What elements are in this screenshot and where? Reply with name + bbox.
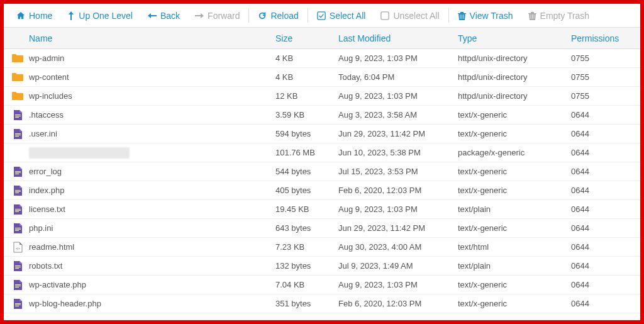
file-type: httpd/unix-directory (458, 72, 571, 82)
document-icon (11, 279, 24, 291)
unselect-all-button: Unselect All (373, 4, 447, 27)
redacted-filename (29, 147, 130, 159)
svg-rect-18 (15, 229, 21, 230)
document-icon (11, 165, 24, 178)
document-icon (11, 184, 24, 197)
svg-rect-17 (15, 228, 21, 228)
document-icon (11, 203, 24, 216)
file-size: 7.04 KB (275, 280, 338, 289)
document-icon (11, 298, 24, 310)
svg-rect-11 (15, 190, 21, 191)
svg-text:</>: </> (15, 247, 19, 250)
back-label: Back (160, 11, 180, 21)
svg-rect-26 (15, 287, 19, 288)
file-size: 4 KB (275, 53, 338, 63)
file-name: .htaccess (29, 110, 64, 120)
file-modified: Jun 29, 2023, 11:42 PM (338, 129, 458, 138)
column-header-size[interactable]: Size (275, 33, 338, 43)
file-modified: Feb 6, 2020, 12:03 PM (338, 186, 458, 195)
document-icon (11, 109, 24, 121)
svg-rect-12 (15, 191, 21, 192)
file-permissions: 0644 (571, 110, 633, 120)
svg-rect-16 (15, 211, 19, 212)
file-name: error_log (29, 167, 62, 176)
table-row[interactable]: </>readme.html7.23 KBAug 30, 2023, 4:00 … (4, 238, 640, 257)
table-row[interactable]: robots.txt132 bytesJul 9, 2023, 1:49 AMt… (4, 257, 640, 276)
reload-icon (258, 11, 267, 20)
table-row[interactable]: wp-admin4 KBAug 9, 2023, 1:03 PMhttpd/un… (4, 49, 640, 68)
file-size: 12 KB (275, 91, 338, 101)
table-row[interactable]: license.txt19.45 KBAug 9, 2023, 1:03 PMt… (4, 200, 640, 219)
table-row[interactable]: wp-includes12 KBAug 9, 2023, 1:03 PMhttp… (4, 87, 640, 106)
svg-rect-27 (15, 303, 21, 304)
file-permissions: 0644 (571, 280, 633, 289)
svg-rect-24 (15, 284, 21, 285)
file-name: license.txt (29, 204, 65, 214)
column-header-type[interactable]: Type (458, 33, 571, 43)
file-modified: Aug 9, 2023, 1:03 PM (338, 280, 458, 289)
table-row[interactable]: php.ini643 bytesJun 29, 2023, 11:42 PMte… (4, 219, 640, 238)
table-row[interactable]: .user.ini594 bytesJun 29, 2023, 11:42 PM… (4, 125, 640, 143)
file-permissions: 0755 (571, 53, 633, 63)
file-type: text/plain (458, 261, 571, 271)
file-permissions: 0644 (571, 186, 633, 195)
table-row[interactable]: 101.76 MBJun 10, 2023, 5:38 PMpackage/x-… (4, 143, 640, 162)
file-name: index.php (29, 186, 64, 195)
up-arrow-icon (67, 11, 75, 20)
file-name: php.ini (29, 223, 53, 233)
svg-rect-1 (381, 11, 389, 19)
up-label: Up One Level (79, 11, 133, 21)
file-size: 3.59 KB (275, 110, 338, 120)
table-row[interactable]: wp-blog-header.php351 bytesFeb 6, 2020, … (4, 294, 640, 313)
table-row[interactable]: .htaccess3.59 KBAug 3, 2023, 3:58 AMtext… (4, 106, 640, 125)
file-modified: Today, 6:04 PM (338, 72, 458, 82)
separator (308, 9, 308, 23)
view-trash-button[interactable]: View Trash (450, 4, 521, 27)
file-permissions: 0644 (571, 204, 633, 214)
file-type: text/plain (458, 204, 571, 214)
svg-rect-7 (15, 136, 19, 137)
file-modified: Jun 10, 2023, 5:38 PM (338, 148, 458, 157)
svg-rect-8 (15, 171, 21, 172)
trash-icon (528, 11, 536, 20)
file-type: text/x-generic (458, 186, 571, 195)
svg-rect-6 (15, 135, 21, 135)
svg-rect-22 (15, 267, 21, 267)
file-size: 405 bytes (275, 186, 338, 195)
file-size: 7.23 KB (275, 242, 338, 252)
file-type: text/x-generic (458, 299, 571, 308)
file-size: 101.76 MB (275, 148, 338, 157)
file-permissions: 0755 (571, 72, 633, 82)
file-type: text/x-generic (458, 167, 571, 176)
reload-button[interactable]: Reload (250, 4, 306, 27)
file-type: text/x-generic (458, 280, 571, 289)
table-row[interactable]: index.php405 bytesFeb 6, 2020, 12:03 PMt… (4, 181, 640, 200)
table-row[interactable]: wp-activate.php7.04 KBAug 9, 2023, 1:03 … (4, 276, 640, 294)
select-all-button[interactable]: Select All (309, 4, 374, 27)
home-button[interactable]: Home (9, 4, 60, 27)
column-header-modified[interactable]: Last Modified (338, 33, 458, 43)
svg-rect-2 (15, 115, 21, 115)
svg-rect-14 (15, 209, 21, 209)
column-header-permissions[interactable]: Permissions (571, 33, 633, 43)
document-icon (11, 147, 24, 159)
back-button[interactable]: Back (140, 4, 187, 27)
column-header-name[interactable]: Name (11, 33, 275, 43)
file-table: Name Size Last Modified Type Permissions… (4, 28, 640, 320)
home-label: Home (29, 11, 52, 21)
file-modified: Aug 3, 2023, 3:58 AM (338, 110, 458, 120)
table-row[interactable]: error_log544 bytesJul 15, 2023, 3:53 PMt… (4, 162, 640, 181)
svg-rect-3 (15, 116, 21, 116)
file-permissions: 0644 (571, 129, 633, 138)
file-modified: Aug 9, 2023, 1:03 PM (338, 53, 458, 63)
svg-rect-25 (15, 286, 21, 286)
folder-icon (11, 52, 24, 65)
file-type: httpd/unix-directory (458, 91, 571, 101)
up-button[interactable]: Up One Level (60, 4, 140, 27)
separator (248, 9, 249, 23)
file-type: package/x-generic (458, 148, 571, 157)
table-row[interactable]: wp-content4 KBToday, 6:04 PMhttpd/unix-d… (4, 68, 640, 87)
file-permissions: 0644 (571, 167, 633, 176)
forward-arrow-icon (195, 12, 204, 20)
file-modified: Aug 9, 2023, 1:03 PM (338, 91, 458, 101)
